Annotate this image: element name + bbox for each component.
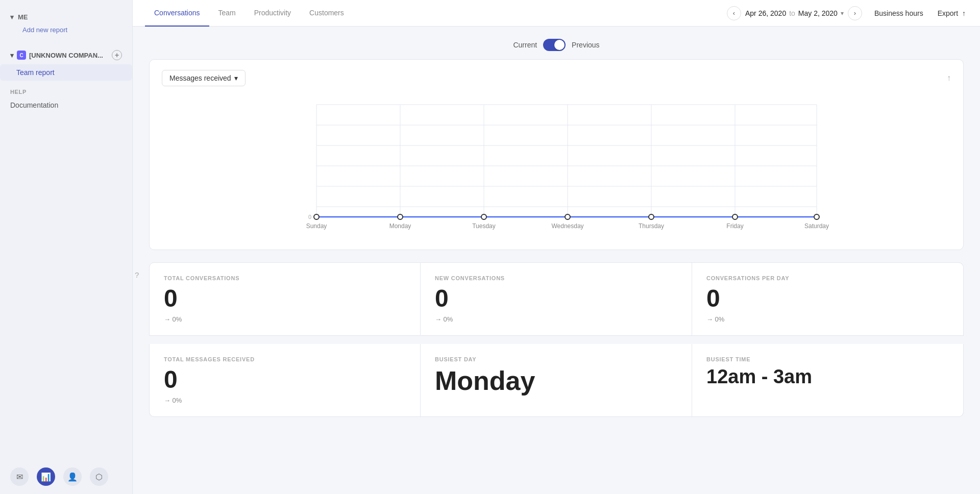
svg-point-16 bbox=[398, 214, 403, 219]
svg-text:Friday: Friday bbox=[726, 223, 743, 230]
svg-text:Thursday: Thursday bbox=[639, 223, 664, 230]
stat-change: → 0% bbox=[164, 315, 406, 323]
sidebar: ▾ ME Add new report ▾ C [UNKNOWN COMPAN.… bbox=[0, 0, 133, 494]
stats-section: ? TOTAL CONVERSATIONS 0 → 0% NEW CONVERS… bbox=[149, 262, 964, 417]
svg-text:Saturday: Saturday bbox=[804, 223, 829, 230]
tab-conversations[interactable]: Conversations bbox=[145, 0, 209, 27]
stat-label: TOTAL CONVERSATIONS bbox=[164, 275, 406, 281]
business-hours-button[interactable]: Business hours bbox=[868, 6, 929, 20]
svg-point-21 bbox=[814, 214, 819, 219]
stat-value: 12am - 3am bbox=[706, 366, 949, 388]
svg-text:Sunday: Sunday bbox=[306, 223, 327, 230]
sidebar-company-label: [UNKNOWN COMPAN... bbox=[29, 52, 103, 59]
stat-busiest-time: BUSIEST TIME 12am - 3am bbox=[692, 344, 964, 417]
current-previous-toggle[interactable] bbox=[543, 39, 566, 51]
sidebar-me-section[interactable]: ▾ ME bbox=[10, 8, 122, 24]
chevron-down-icon: ▾ bbox=[841, 10, 844, 17]
top-navigation: Conversations Team Productivity Customer… bbox=[133, 0, 980, 27]
stat-value: Monday bbox=[435, 366, 677, 396]
svg-text:Monday: Monday bbox=[389, 223, 411, 230]
chart-icon[interactable]: 📊 bbox=[37, 467, 55, 486]
chevron-down-icon: ▾ bbox=[10, 52, 14, 59]
stat-label: TOTAL MESSAGES RECEIVED bbox=[164, 356, 406, 362]
share-icon: ↑ bbox=[962, 9, 966, 17]
chart-metric-dropdown[interactable]: Messages received ▾ bbox=[162, 70, 246, 86]
svg-point-19 bbox=[649, 214, 654, 219]
line-chart: 0 Sunday Monday Tuesday Wednesday bbox=[162, 94, 951, 239]
svg-point-20 bbox=[732, 214, 738, 219]
nav-right-controls: ‹ Apr 26, 2020 to May 2, 2020 ▾ › Busine… bbox=[727, 6, 968, 20]
add-report-link[interactable]: Add new report bbox=[10, 24, 122, 36]
stat-value: 0 bbox=[164, 285, 406, 312]
stat-value: 0 bbox=[706, 285, 949, 312]
stat-value: 0 bbox=[164, 366, 406, 393]
stat-conversations-per-day: CONVERSATIONS PER DAY 0 → 0% bbox=[692, 262, 964, 336]
toggle-knob bbox=[554, 40, 565, 50]
chart-header: Messages received ▾ ↑ bbox=[162, 70, 951, 86]
stat-change: → 0% bbox=[435, 315, 677, 323]
stat-label: NEW CONVERSATIONS bbox=[435, 275, 677, 281]
help-icon[interactable]: ? bbox=[135, 270, 139, 279]
sidebar-me-label: ME bbox=[18, 13, 28, 21]
stat-total-messages: TOTAL MESSAGES RECEIVED 0 → 0% bbox=[149, 344, 421, 417]
chart-svg: 0 Sunday Monday Tuesday Wednesday bbox=[162, 94, 951, 237]
layers-icon[interactable]: ⬡ bbox=[90, 467, 108, 486]
page-content: Current Previous Messages received ▾ ↑ bbox=[133, 27, 980, 494]
nav-tabs: Conversations Team Productivity Customer… bbox=[145, 0, 727, 27]
date-range-picker[interactable]: Apr 26, 2020 to May 2, 2020 ▾ bbox=[745, 9, 844, 17]
svg-point-15 bbox=[314, 214, 319, 219]
sidebar-bottom-icons: ✉ 📊 👤 ⬡ bbox=[0, 459, 132, 494]
stat-change: → 0% bbox=[706, 315, 949, 323]
contacts-icon[interactable]: 👤 bbox=[63, 467, 82, 486]
chart-share-icon[interactable]: ↑ bbox=[947, 73, 951, 83]
stat-change: → 0% bbox=[164, 397, 406, 404]
chevron-down-icon: ▾ bbox=[234, 74, 238, 82]
stat-new-conversations: NEW CONVERSATIONS 0 → 0% bbox=[421, 262, 692, 336]
tab-productivity[interactable]: Productivity bbox=[245, 0, 300, 27]
tab-customers[interactable]: Customers bbox=[300, 0, 353, 27]
sidebar-help-section-label: HELP bbox=[0, 81, 132, 97]
stat-label: BUSIEST DAY bbox=[435, 356, 677, 362]
previous-label: Previous bbox=[572, 41, 599, 49]
svg-text:Tuesday: Tuesday bbox=[472, 223, 496, 230]
stat-label: BUSIEST TIME bbox=[706, 356, 949, 362]
main-content: Conversations Team Productivity Customer… bbox=[133, 0, 980, 494]
company-icon: C bbox=[17, 51, 26, 60]
stats-row-1: ? TOTAL CONVERSATIONS 0 → 0% NEW CONVERS… bbox=[149, 262, 964, 336]
inbox-icon[interactable]: ✉ bbox=[10, 467, 29, 486]
stat-value: 0 bbox=[435, 285, 677, 312]
date-prev-arrow[interactable]: ‹ bbox=[727, 6, 741, 20]
sidebar-documentation-link[interactable]: Documentation bbox=[0, 97, 132, 113]
sidebar-company-header[interactable]: ▾ C [UNKNOWN COMPAN... + bbox=[0, 46, 132, 64]
date-next-arrow[interactable]: › bbox=[848, 6, 862, 20]
stat-total-conversations: TOTAL CONVERSATIONS 0 → 0% bbox=[149, 262, 421, 336]
svg-text:Wednesday: Wednesday bbox=[551, 223, 583, 230]
tab-team[interactable]: Team bbox=[209, 0, 245, 27]
stats-row-2: TOTAL MESSAGES RECEIVED 0 → 0% BUSIEST D… bbox=[149, 344, 964, 417]
svg-text:0: 0 bbox=[308, 214, 311, 220]
current-label: Current bbox=[513, 41, 537, 49]
stat-busiest-day: BUSIEST DAY Monday bbox=[421, 344, 692, 417]
sidebar-item-team-report[interactable]: Team report bbox=[0, 64, 132, 81]
add-company-button[interactable]: + bbox=[112, 50, 122, 60]
date-navigation: ‹ Apr 26, 2020 to May 2, 2020 ▾ › bbox=[727, 6, 862, 20]
sidebar-company-section: ▾ C [UNKNOWN COMPAN... + Team report bbox=[0, 46, 132, 81]
chevron-down-icon: ▾ bbox=[10, 13, 14, 21]
current-previous-toggle-row: Current Previous bbox=[149, 39, 964, 51]
messages-chart-card: Messages received ▾ ↑ bbox=[149, 59, 964, 250]
export-button[interactable]: Export ↑ bbox=[936, 6, 968, 20]
stat-label: CONVERSATIONS PER DAY bbox=[706, 275, 949, 281]
svg-point-17 bbox=[481, 214, 486, 219]
svg-point-18 bbox=[565, 214, 570, 219]
